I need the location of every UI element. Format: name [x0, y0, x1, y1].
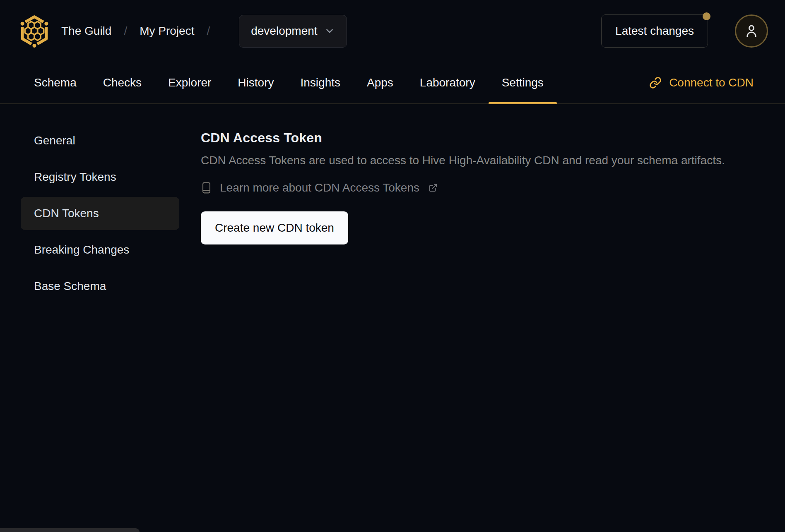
connect-to-cdn-label: Connect to CDN [669, 76, 754, 89]
tab-insights[interactable]: Insights [287, 62, 354, 103]
settings-side-nav: General Registry Tokens CDN Tokens Break… [21, 124, 179, 303]
create-cdn-token-button[interactable]: Create new CDN token [201, 211, 348, 244]
latest-changes-label: Latest changes [615, 24, 694, 38]
tab-apps[interactable]: Apps [354, 62, 407, 103]
cdn-token-panel: CDN Access Token CDN Access Tokens are u… [201, 129, 785, 244]
app-header: The Guild / My Project / development Lat… [0, 0, 785, 62]
tab-history[interactable]: History [224, 62, 287, 103]
breadcrumb-separator: / [124, 24, 127, 38]
breadcrumb-separator: / [207, 24, 210, 38]
tab-settings[interactable]: Settings [489, 62, 557, 103]
learn-more-label: Learn more about CDN Access Tokens [220, 181, 419, 194]
chevron-down-icon [324, 26, 335, 36]
tab-laboratory[interactable]: Laboratory [407, 62, 489, 103]
sidebar-item-breaking-changes[interactable]: Breaking Changes [21, 233, 179, 266]
link-icon [649, 77, 662, 89]
notification-dot [703, 12, 710, 20]
settings-content: General Registry Tokens CDN Tokens Break… [0, 104, 785, 303]
target-tabbar: Schema Checks Explorer History Insights … [0, 62, 785, 104]
tab-explorer[interactable]: Explorer [155, 62, 224, 103]
user-avatar-button[interactable] [735, 14, 768, 48]
connect-to-cdn-link[interactable]: Connect to CDN [649, 62, 754, 103]
page-description: CDN Access Tokens are used to access to … [201, 153, 785, 168]
hive-logo-icon[interactable] [19, 15, 50, 48]
tab-checks[interactable]: Checks [90, 62, 155, 103]
sidebar-item-cdn-tokens[interactable]: CDN Tokens [21, 197, 179, 230]
breadcrumb-project[interactable]: My Project [140, 24, 194, 38]
breadcrumb-org[interactable]: The Guild [61, 24, 111, 38]
environment-select[interactable]: development [239, 15, 347, 48]
latest-changes-button[interactable]: Latest changes [601, 14, 708, 48]
page-title: CDN Access Token [201, 129, 785, 146]
user-icon [744, 23, 759, 39]
toast-peek [0, 528, 140, 532]
sidebar-item-base-schema[interactable]: Base Schema [21, 270, 179, 303]
book-icon [201, 182, 212, 194]
environment-select-value: development [251, 24, 317, 38]
sidebar-item-registry-tokens[interactable]: Registry Tokens [21, 161, 179, 194]
tab-schema[interactable]: Schema [21, 62, 90, 103]
external-link-icon [429, 183, 438, 192]
sidebar-item-general[interactable]: General [21, 124, 179, 157]
learn-more-link[interactable]: Learn more about CDN Access Tokens [201, 181, 438, 194]
